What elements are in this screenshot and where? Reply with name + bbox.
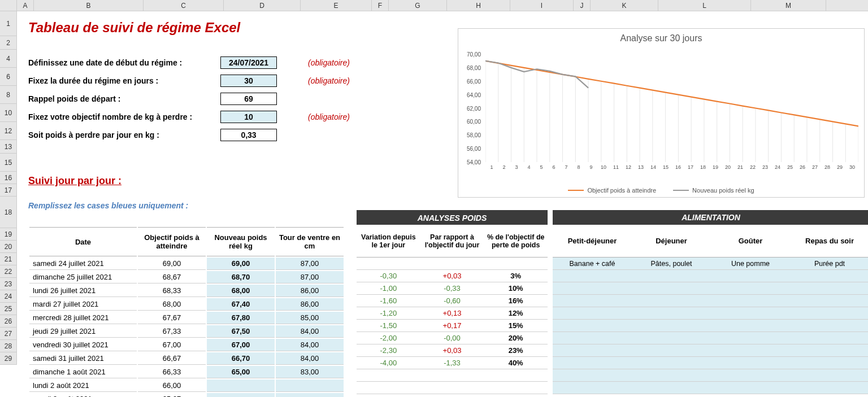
chart-area[interactable]: Analyse sur 30 jours 54,0056,0058,0060,0… bbox=[458, 28, 865, 198]
cell-new[interactable]: 67,40 bbox=[207, 298, 275, 311]
ali-go[interactable] bbox=[711, 382, 790, 394]
ali-row[interactable]: Banane + caféPâtes, pouletUne pommePurée… bbox=[553, 258, 868, 270]
cell-obj[interactable]: 67,67 bbox=[138, 312, 206, 324]
column-headers[interactable]: ABCDEFGHIJKLMN bbox=[0, 0, 868, 11]
cell-tour[interactable]: 84,00 bbox=[276, 325, 344, 338]
table-row[interactable]: samedi 24 juillet 202169,0069,0087,00 bbox=[29, 258, 344, 270]
table-row[interactable]: dimanche 25 juillet 202168,6768,7087,00 bbox=[29, 271, 344, 283]
cell-new[interactable]: 69,00 bbox=[207, 258, 275, 270]
param-obj-input[interactable]: 10 bbox=[220, 111, 277, 123]
ali-pd[interactable] bbox=[553, 357, 632, 369]
ali-row[interactable] bbox=[553, 282, 868, 295]
ali-rs[interactable] bbox=[790, 320, 868, 331]
ali-dj[interactable] bbox=[632, 344, 711, 356]
cell-obj[interactable]: 68,67 bbox=[138, 271, 206, 283]
ali-rs[interactable]: Purée pdt bbox=[790, 258, 868, 269]
ali-rs[interactable] bbox=[790, 357, 868, 369]
ali-dj[interactable] bbox=[632, 282, 711, 294]
ali-pd[interactable] bbox=[553, 307, 632, 319]
cell-new[interactable]: 67,50 bbox=[207, 325, 275, 338]
ali-dj[interactable] bbox=[632, 382, 711, 394]
ali-dj[interactable]: Pâtes, poulet bbox=[632, 258, 711, 269]
cell-new[interactable] bbox=[207, 379, 275, 392]
cell-tour[interactable]: 83,00 bbox=[276, 366, 344, 378]
cell-date[interactable]: samedi 31 juillet 2021 bbox=[29, 352, 137, 365]
cell-new[interactable] bbox=[207, 393, 275, 397]
cell-date[interactable]: lundi 2 août 2021 bbox=[29, 379, 137, 392]
ali-rs[interactable] bbox=[790, 295, 868, 307]
cell-obj[interactable]: 69,00 bbox=[138, 258, 206, 270]
cell-new[interactable]: 67,80 bbox=[207, 312, 275, 324]
ali-pd[interactable] bbox=[553, 382, 632, 394]
table-row[interactable]: mardi 27 juillet 202168,0067,4086,00 bbox=[29, 298, 344, 311]
ali-go[interactable]: Une pomme bbox=[711, 258, 790, 269]
ali-pd[interactable] bbox=[553, 332, 632, 344]
ali-dj[interactable] bbox=[632, 332, 711, 344]
ali-dj[interactable] bbox=[632, 295, 711, 307]
param-start-input[interactable]: 24/07/2021 bbox=[220, 56, 277, 69]
cell-obj[interactable]: 68,33 bbox=[138, 285, 206, 297]
cell-tour[interactable]: 87,00 bbox=[276, 271, 344, 283]
table-row[interactable]: mardi 3 août 202165,67 bbox=[29, 393, 344, 397]
ali-go[interactable] bbox=[711, 332, 790, 344]
ali-pd[interactable] bbox=[553, 295, 632, 307]
cell-obj[interactable]: 66,33 bbox=[138, 366, 206, 378]
ali-go[interactable] bbox=[711, 369, 790, 381]
cell-date[interactable]: mardi 3 août 2021 bbox=[29, 393, 137, 397]
ali-pd[interactable] bbox=[553, 344, 632, 356]
ali-row[interactable] bbox=[553, 357, 868, 369]
ali-pd[interactable]: Banane + café bbox=[553, 258, 632, 269]
ali-pd[interactable] bbox=[553, 369, 632, 381]
ali-dj[interactable] bbox=[632, 320, 711, 331]
cell-date[interactable]: dimanche 25 juillet 2021 bbox=[29, 271, 137, 283]
ali-pd[interactable] bbox=[553, 320, 632, 331]
ali-rs[interactable] bbox=[790, 282, 868, 294]
cell-obj[interactable]: 66,67 bbox=[138, 352, 206, 365]
cell-tour[interactable]: 84,00 bbox=[276, 339, 344, 351]
ali-dj[interactable] bbox=[632, 270, 711, 282]
cell-date[interactable]: samedi 24 juillet 2021 bbox=[29, 258, 137, 270]
param-dur-input[interactable]: 30 bbox=[220, 75, 277, 87]
ali-row[interactable] bbox=[553, 382, 868, 394]
row-headers[interactable]: 1246810121315161718192021222324252627282… bbox=[0, 11, 17, 365]
cell-new[interactable]: 68,00 bbox=[207, 285, 275, 297]
ali-rs[interactable] bbox=[790, 369, 868, 381]
cell-date[interactable]: mercredi 28 juillet 2021 bbox=[29, 312, 137, 324]
cell-obj[interactable]: 67,33 bbox=[138, 325, 206, 338]
cell-obj[interactable]: 67,00 bbox=[138, 339, 206, 351]
cell-date[interactable]: mardi 27 juillet 2021 bbox=[29, 298, 137, 311]
ali-go[interactable] bbox=[711, 320, 790, 331]
table-row[interactable]: vendredi 30 juillet 202167,0067,0084,00 bbox=[29, 339, 344, 351]
table-row[interactable]: lundi 2 août 202166,00 bbox=[29, 379, 344, 392]
ali-row[interactable] bbox=[553, 344, 868, 357]
cell-date[interactable]: lundi 26 juillet 2021 bbox=[29, 285, 137, 297]
ali-go[interactable] bbox=[711, 344, 790, 356]
ali-go[interactable] bbox=[711, 270, 790, 282]
ali-dj[interactable] bbox=[632, 369, 711, 381]
cell-tour[interactable]: 86,00 bbox=[276, 285, 344, 297]
table-row[interactable]: lundi 26 juillet 202168,3368,0086,00 bbox=[29, 285, 344, 297]
cell-tour[interactable]: 84,00 bbox=[276, 352, 344, 365]
ali-row[interactable] bbox=[553, 320, 868, 332]
ali-dj[interactable] bbox=[632, 307, 711, 319]
cell-date[interactable]: vendredi 30 juillet 2021 bbox=[29, 339, 137, 351]
ali-row[interactable] bbox=[553, 369, 868, 382]
ali-row[interactable] bbox=[553, 295, 868, 307]
table-row[interactable]: jeudi 29 juillet 202167,3367,5084,00 bbox=[29, 325, 344, 338]
ali-go[interactable] bbox=[711, 307, 790, 319]
cell-new[interactable]: 66,70 bbox=[207, 352, 275, 365]
table-row[interactable]: samedi 31 juillet 202166,6766,7084,00 bbox=[29, 352, 344, 365]
ali-go[interactable] bbox=[711, 282, 790, 294]
ali-go[interactable] bbox=[711, 357, 790, 369]
cell-obj[interactable]: 68,00 bbox=[138, 298, 206, 311]
table-row[interactable]: mercredi 28 juillet 202167,6767,8085,00 bbox=[29, 312, 344, 324]
cell-date[interactable]: dimanche 1 août 2021 bbox=[29, 366, 137, 378]
ali-dj[interactable] bbox=[632, 357, 711, 369]
cell-obj[interactable]: 65,67 bbox=[138, 393, 206, 397]
ali-go[interactable] bbox=[711, 295, 790, 307]
cell-new[interactable]: 65,00 bbox=[207, 366, 275, 378]
ali-row[interactable] bbox=[553, 270, 868, 282]
ali-pd[interactable] bbox=[553, 270, 632, 282]
cell-new[interactable]: 67,00 bbox=[207, 339, 275, 351]
cell-tour[interactable] bbox=[276, 393, 344, 397]
